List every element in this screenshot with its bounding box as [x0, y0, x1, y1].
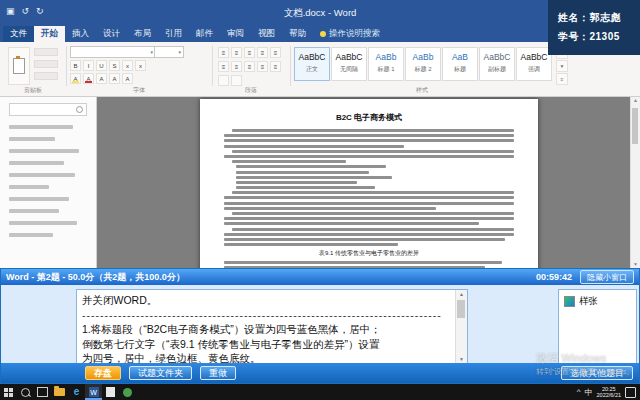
image-file-icon	[564, 296, 575, 307]
save-answer-button[interactable]: 存盘	[85, 366, 121, 380]
table-caption: 表9.1 传统零售业与电子零售业的差异	[224, 249, 514, 258]
tab-help[interactable]: 帮助	[282, 26, 313, 42]
bullets-button[interactable]: ≡	[218, 47, 229, 58]
document-text-line	[224, 139, 514, 142]
tab-review[interactable]: 审阅	[220, 26, 251, 42]
style-label: 强调	[517, 65, 551, 74]
folder-icon	[54, 388, 65, 396]
decrease-indent-button[interactable]: ≡	[257, 47, 268, 58]
document-app-button[interactable]	[102, 384, 119, 400]
document-text-line	[224, 145, 404, 148]
tray-clock[interactable]: 20:25 2022/6/21	[597, 386, 621, 398]
justify-button[interactable]: ≡	[257, 61, 268, 72]
browser-icon	[123, 388, 132, 397]
align-right-button[interactable]: ≡	[244, 61, 255, 72]
shading-button[interactable]	[218, 75, 229, 86]
sample-item[interactable]: 样张	[564, 295, 631, 308]
text-highlight-button[interactable]: A	[70, 73, 81, 84]
style-subtitle[interactable]: AaBbC 副标题	[479, 47, 515, 81]
tab-view[interactable]: 视图	[251, 26, 282, 42]
file-explorer-button[interactable]	[51, 384, 68, 400]
document-text-line	[232, 129, 514, 132]
clear-format-button[interactable]: A	[109, 73, 120, 84]
underline-button[interactable]: U	[96, 60, 107, 71]
search-button[interactable]	[17, 384, 34, 400]
tab-insert[interactable]: 插入	[65, 26, 96, 42]
tray-expand-icon[interactable]: ^	[577, 388, 581, 396]
tab-layout[interactable]: 布局	[127, 26, 158, 42]
style-emphasis[interactable]: AaBbC 强调	[516, 47, 552, 81]
italic-button[interactable]: I	[83, 60, 94, 71]
font-name-select[interactable]: ▾	[70, 46, 156, 58]
subscript-button[interactable]: x	[122, 60, 133, 71]
document-canvas: B2C 电子商务模式 表9.1 传统零售业与电子零售业的差异 ▲ ▼	[97, 96, 640, 268]
task-view-button[interactable]	[34, 384, 51, 400]
question-folder-button[interactable]: 试题文件夹	[129, 366, 192, 380]
instructions-scrollbar[interactable]: ▲ ▼	[455, 290, 467, 364]
document-page[interactable]: B2C 电子商务模式 表9.1 传统零售业与电子零售业的差异	[200, 99, 538, 268]
hide-question-button[interactable]: 隐藏小窗口	[580, 270, 634, 284]
redo-button[interactable]: 重做	[200, 366, 236, 380]
screen: ▣ ↺ ↻ 文档.docx - Word 文件 开始 插入 设计 布局 引用 邮…	[0, 0, 640, 400]
browser-button[interactable]	[119, 384, 136, 400]
group-separator	[290, 46, 291, 86]
group-label-styles: 样式	[292, 86, 552, 95]
line-spacing-button[interactable]: ≡	[270, 61, 281, 72]
chevron-down-icon: ▾	[178, 49, 181, 55]
font-color-button[interactable]: A	[83, 73, 94, 84]
tab-references[interactable]: 引用	[158, 26, 189, 42]
nav-search-input[interactable]	[9, 103, 87, 116]
exam-instructions-text: 并关闭WORD。 -------------------------------…	[77, 290, 467, 365]
text-effects-button[interactable]: A	[122, 73, 133, 84]
word-taskbar-button[interactable]: W	[85, 384, 102, 400]
exam-titlebar[interactable]: Word - 第2题 - 50.0分（共2题，共100.0分） 00:59:42…	[1, 269, 639, 285]
document-text-line	[236, 186, 375, 189]
multilevel-list-button[interactable]: ≡	[244, 47, 255, 58]
cut-button[interactable]	[34, 48, 58, 56]
tab-home[interactable]: 开始	[34, 26, 65, 42]
document-text-line	[232, 150, 514, 153]
borders-button[interactable]	[231, 75, 242, 86]
exam-instructions-box: 并关闭WORD。 -------------------------------…	[76, 289, 468, 365]
style-title[interactable]: AaB 标题	[442, 47, 478, 81]
paste-button[interactable]	[8, 47, 30, 85]
document-text-line	[232, 191, 514, 194]
tellme-search[interactable]: 操作说明搜索	[313, 26, 387, 42]
format-painter-button[interactable]	[34, 72, 58, 80]
bold-button[interactable]: B	[70, 60, 81, 71]
style-normal[interactable]: AaBbC 正文	[294, 47, 330, 81]
style-heading1[interactable]: AaBb 标题 1	[368, 47, 404, 81]
notification-center-icon[interactable]	[625, 387, 636, 398]
scroll-up-icon[interactable]: ▲	[456, 290, 467, 299]
gallery-more-icon[interactable]: ≡	[556, 73, 568, 85]
scroll-down-icon[interactable]: ▼	[631, 260, 640, 268]
copy-button[interactable]	[34, 60, 58, 68]
style-sample: AaBbC	[332, 52, 366, 62]
lightbulb-icon	[320, 31, 326, 37]
scrollbar-thumb[interactable]	[457, 300, 465, 318]
start-button[interactable]	[0, 384, 17, 400]
tab-file[interactable]: 文件	[3, 26, 34, 42]
input-method-indicator[interactable]: 中	[585, 387, 593, 398]
scroll-up-icon[interactable]: ▲	[631, 96, 640, 104]
align-center-button[interactable]: ≡	[231, 61, 242, 72]
align-left-button[interactable]: ≡	[218, 61, 229, 72]
numbering-button[interactable]: ≡	[231, 47, 242, 58]
document-scrollbar[interactable]: ▲ ▼	[630, 96, 640, 268]
superscript-button[interactable]: x	[135, 60, 146, 71]
tab-design[interactable]: 设计	[96, 26, 127, 42]
edge-button[interactable]: e	[68, 384, 85, 400]
scrollbar-thumb[interactable]	[632, 108, 638, 144]
sample-item-label: 样张	[579, 295, 598, 308]
gallery-down-icon[interactable]: ▼	[556, 60, 568, 72]
windows-logo-icon	[4, 388, 13, 397]
tab-mailings[interactable]: 邮件	[189, 26, 220, 42]
choose-other-question-button[interactable]: 选做其他题目	[561, 366, 633, 380]
strikethrough-button[interactable]: S	[109, 60, 120, 71]
change-case-button[interactable]: A	[96, 73, 107, 84]
increase-indent-button[interactable]: ≡	[270, 47, 281, 58]
font-size-select[interactable]: ▾	[154, 46, 184, 58]
exam-panel: Word - 第2题 - 50.0分（共2题，共100.0分） 00:59:42…	[0, 268, 640, 384]
style-no-spacing[interactable]: AaBbC 无间隔	[331, 47, 367, 81]
style-heading2[interactable]: AaBb 标题 2	[405, 47, 441, 81]
